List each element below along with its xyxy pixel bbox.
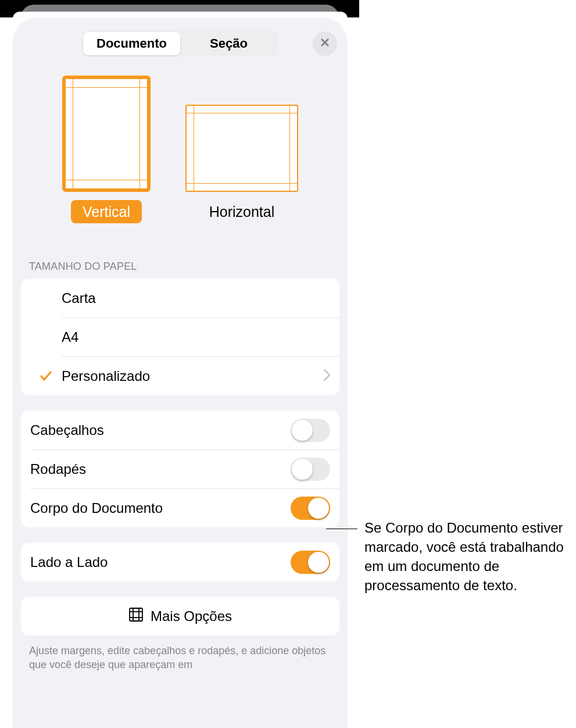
paper-size-header: TAMANHO DO PAPEL bbox=[13, 247, 348, 279]
toggle-corpo-documento[interactable] bbox=[291, 497, 330, 520]
corpo-documento-label: Corpo do Documento bbox=[30, 500, 291, 516]
checkmark-icon bbox=[30, 369, 62, 383]
lado-a-lado-group: Lado a Lado bbox=[21, 543, 339, 581]
orientation-selector: Vertical Horizontal bbox=[13, 70, 348, 247]
row-rodapes: Rodapés bbox=[21, 449, 339, 488]
callout-text: Se Corpo do Documento estiver marcado, v… bbox=[364, 518, 574, 595]
tab-segmented-control: Documento Seção bbox=[82, 31, 278, 56]
toggle-lado-a-lado[interactable] bbox=[291, 551, 330, 574]
page-landscape-icon bbox=[185, 105, 298, 192]
paper-size-personalizado-label: Personalizado bbox=[62, 368, 324, 384]
mais-opcoes-button[interactable]: Mais Opções bbox=[21, 597, 339, 636]
panel-header: Documento Seção bbox=[13, 17, 348, 70]
orientation-vertical-label: Vertical bbox=[71, 200, 142, 223]
paper-size-carta[interactable]: Carta bbox=[21, 279, 339, 317]
orientation-horizontal[interactable]: Horizontal bbox=[185, 76, 298, 223]
svg-rect-2 bbox=[130, 608, 142, 621]
grid-icon bbox=[128, 607, 144, 626]
close-button[interactable] bbox=[313, 31, 337, 56]
row-cabecalhos: Cabeçalhos bbox=[21, 411, 339, 449]
mais-opcoes-footnote: Ajuste margens, edite cabeçalhos e rodap… bbox=[13, 636, 348, 672]
tab-documento[interactable]: Documento bbox=[83, 32, 180, 55]
tab-secao[interactable]: Seção bbox=[180, 32, 277, 55]
chevron-right-icon bbox=[324, 369, 330, 383]
orientation-vertical[interactable]: Vertical bbox=[62, 76, 151, 223]
toggles-group: Cabeçalhos Rodapés Corpo do Documento bbox=[21, 411, 339, 527]
cabecalhos-label: Cabeçalhos bbox=[30, 422, 291, 438]
close-icon bbox=[320, 37, 330, 50]
orientation-horizontal-label: Horizontal bbox=[198, 200, 287, 223]
paper-size-group: Carta A4 Personalizado bbox=[21, 279, 339, 395]
toggle-rodapes[interactable] bbox=[291, 458, 330, 481]
row-lado-a-lado: Lado a Lado bbox=[21, 543, 339, 581]
rodapes-label: Rodapés bbox=[30, 461, 291, 477]
document-settings-panel: Documento Seção Vertical bbox=[13, 17, 348, 728]
paper-size-a4-label: A4 bbox=[62, 329, 330, 345]
page-portrait-icon bbox=[62, 76, 151, 192]
callout-leader-line bbox=[326, 529, 357, 529]
toggle-cabecalhos[interactable] bbox=[291, 419, 330, 442]
row-corpo-documento: Corpo do Documento bbox=[21, 488, 339, 527]
paper-size-personalizado[interactable]: Personalizado bbox=[21, 356, 339, 395]
lado-a-lado-label: Lado a Lado bbox=[30, 554, 291, 570]
paper-size-carta-label: Carta bbox=[62, 290, 330, 306]
mais-opcoes-label: Mais Opções bbox=[151, 608, 232, 624]
paper-size-a4[interactable]: A4 bbox=[21, 317, 339, 356]
